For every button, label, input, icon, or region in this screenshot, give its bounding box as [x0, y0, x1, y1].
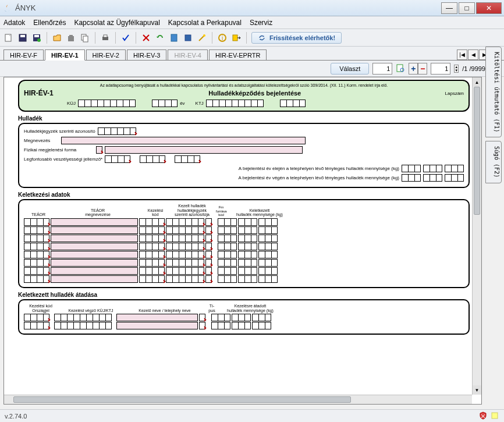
cell-group[interactable]	[205, 267, 212, 275]
copy-icon[interactable]	[80, 33, 90, 43]
scroll-down-icon[interactable]: ▼	[473, 385, 481, 395]
sidetab-help[interactable]: Súgó (F2)	[485, 141, 502, 183]
cell-group[interactable]	[238, 251, 257, 258]
close-button[interactable]: ✕	[476, 2, 502, 14]
elej-field-b[interactable]	[423, 165, 442, 172]
exit-icon[interactable]	[231, 33, 242, 43]
cancel-icon[interactable]	[141, 33, 151, 43]
cell-group[interactable]	[166, 218, 204, 226]
cell-group[interactable]	[205, 259, 212, 267]
cell-group[interactable]	[139, 226, 165, 234]
megnevezes-field[interactable]	[61, 137, 306, 144]
teaor-name-field[interactable]	[51, 267, 138, 275]
cell-group[interactable]	[166, 267, 204, 275]
lapszam-field[interactable]	[280, 100, 306, 107]
horizontal-scrollbar[interactable]	[4, 395, 472, 404]
teaor-name-field[interactable]	[51, 243, 138, 250]
ev-field[interactable]	[152, 100, 178, 107]
tab-hir-ev-1[interactable]: HIR-EV-1	[45, 49, 84, 61]
teaor-name-field[interactable]	[51, 275, 138, 283]
kezelo-field[interactable]	[116, 322, 198, 329]
cell-group[interactable]	[218, 267, 237, 275]
veszely-1[interactable]	[105, 155, 130, 163]
cell-group[interactable]	[232, 322, 251, 329]
cell-group[interactable]	[258, 218, 278, 226]
tab-prev-button[interactable]: ◀	[468, 49, 478, 60]
cell-group[interactable]	[211, 314, 230, 321]
cell-group[interactable]	[218, 251, 237, 258]
tab-hir-ev-3[interactable]: HIR-EV-3	[127, 49, 166, 60]
cell-group[interactable]	[218, 243, 237, 250]
cell-group[interactable]	[166, 275, 204, 283]
teaor-name-field[interactable]	[51, 259, 138, 267]
cell-group[interactable]	[238, 259, 257, 267]
page-input-2[interactable]	[431, 63, 450, 75]
wand-icon[interactable]	[197, 33, 207, 43]
tab-hir-ev-eprtr[interactable]: HIR-EV-EPRTR	[209, 49, 267, 60]
calc-icon[interactable]	[169, 33, 179, 43]
cell-group[interactable]	[258, 275, 278, 283]
cell-group[interactable]	[205, 251, 212, 258]
veg-field-b[interactable]	[423, 174, 442, 182]
cell-group[interactable]	[139, 251, 165, 258]
cell-group[interactable]	[24, 314, 49, 321]
cell-group[interactable]	[218, 235, 237, 242]
cell-group[interactable]	[139, 267, 165, 275]
cell-group[interactable]	[139, 259, 165, 267]
page-minus-button[interactable]: −	[418, 63, 427, 75]
cell-group[interactable]	[199, 322, 205, 329]
save-as-icon[interactable]	[31, 33, 42, 43]
teaor-name-field[interactable]	[51, 251, 138, 258]
vertical-scrollbar[interactable]: ▲ ▼	[472, 77, 481, 395]
cell-group[interactable]	[238, 218, 257, 226]
scroll-thumb[interactable]	[474, 87, 480, 215]
teaor-name-field[interactable]	[51, 235, 138, 242]
cell-group[interactable]	[166, 235, 204, 242]
kezelo-field[interactable]	[116, 314, 198, 321]
cell-group[interactable]	[238, 267, 257, 275]
tab-first-button[interactable]: |◀	[457, 49, 467, 60]
book-icon[interactable]	[183, 33, 193, 43]
open-icon[interactable]	[52, 33, 62, 43]
menu-adatok[interactable]: Adatok	[3, 19, 25, 27]
info-icon[interactable]: i	[217, 33, 228, 43]
cell-group[interactable]	[238, 235, 257, 242]
cell-group[interactable]	[218, 275, 237, 283]
cell-group[interactable]	[24, 322, 49, 329]
sidetab-guide[interactable]: Kitöltési útmutató (F1)	[485, 47, 502, 137]
cell-group[interactable]	[258, 251, 278, 258]
veszely-2[interactable]	[140, 155, 165, 163]
cell-group[interactable]	[238, 243, 257, 250]
cell-group[interactable]	[24, 251, 49, 258]
save-icon[interactable]	[17, 33, 28, 43]
tab-hir-ev-2[interactable]: HIR-EV-2	[86, 49, 126, 60]
cell-group[interactable]	[205, 226, 212, 234]
cell-group[interactable]	[218, 259, 237, 267]
teaor-name-field[interactable]	[51, 226, 138, 234]
cell-group[interactable]	[139, 218, 165, 226]
cell-group[interactable]	[232, 314, 251, 321]
cell-group[interactable]	[258, 259, 278, 267]
check-icon[interactable]	[120, 33, 131, 43]
print-icon[interactable]	[100, 33, 111, 43]
cell-group[interactable]	[24, 226, 49, 234]
cell-group[interactable]	[54, 322, 112, 329]
elej-field[interactable]	[402, 165, 421, 172]
maximize-button[interactable]: □	[459, 2, 475, 14]
cell-group[interactable]	[139, 243, 165, 250]
kuj-field[interactable]	[78, 100, 136, 107]
cell-group[interactable]	[139, 275, 165, 283]
cell-group[interactable]	[139, 235, 165, 242]
refresh-icon[interactable]	[155, 33, 165, 43]
tab-hir-ev-f[interactable]: HIR-EV-F	[3, 49, 44, 60]
cell-group[interactable]	[205, 243, 212, 250]
veg-field[interactable]	[402, 174, 421, 182]
ktj-field[interactable]	[206, 100, 264, 107]
fizikai-code[interactable]	[96, 146, 102, 154]
cell-group[interactable]	[24, 235, 49, 242]
cell-group[interactable]	[258, 267, 278, 275]
elej-field-c[interactable]	[445, 165, 464, 172]
scroll-up-icon[interactable]: ▲	[473, 77, 481, 87]
cell-group[interactable]	[258, 226, 278, 234]
minimize-button[interactable]: —	[441, 2, 457, 14]
